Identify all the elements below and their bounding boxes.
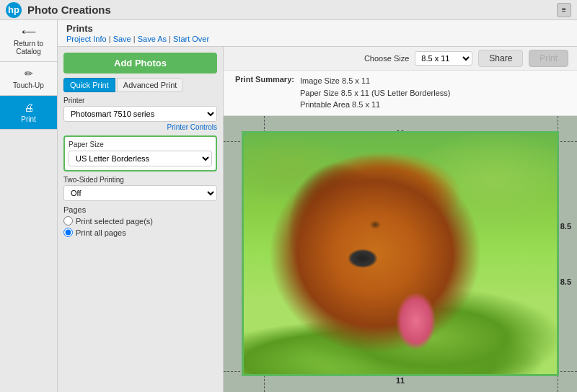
main-layout: ⟵ Return to Catalog ✏ Touch-Up 🖨 Print P…: [0, 20, 577, 392]
dog-photo: [244, 133, 557, 374]
print-mode-row: Quick Print Advanced Print: [63, 78, 217, 92]
summary-image-size: Image Size 8.5 x 11: [300, 75, 450, 87]
summary-label: Print Summary:: [235, 75, 294, 111]
pages-section: Pages Print selected page(s) Print all p…: [63, 205, 217, 237]
prints-header: Prints Project Info | Save | Save As | S…: [58, 20, 577, 47]
menu-save[interactable]: Save: [113, 35, 131, 43]
radio-selected-pages-input[interactable]: [63, 216, 73, 226]
radio-selected-pages: Print selected page(s): [63, 216, 217, 226]
print-summary: Print Summary: Image Size 8.5 x 11 Paper…: [224, 71, 577, 116]
summary-details: Image Size 8.5 x 11 Paper Size 8.5 x 11 …: [300, 75, 450, 111]
radio-all-pages: Print all pages: [63, 228, 217, 237]
content-area: Prints Project Info | Save | Save As | S…: [58, 20, 577, 392]
sidebar-item-touch-up[interactable]: ✏ Touch-Up: [0, 62, 57, 96]
size-select[interactable]: 8.5 x 11 4 x 6 5 x 7 8 x 10: [415, 51, 472, 66]
photo-frame: [242, 131, 559, 376]
sidebar: ⟵ Return to Catalog ✏ Touch-Up 🖨 Print: [0, 20, 58, 392]
return-icon: ⟵: [22, 26, 36, 37]
dimension-right-bottom: 8.5: [560, 277, 571, 286]
paper-size-label: Paper Size: [69, 141, 212, 148]
two-sided-select[interactable]: Off On: [63, 185, 217, 201]
two-sided-group: Two-Sided Printing Off On: [63, 176, 217, 201]
summary-printable-area: Printable Area 8.5 x 11: [300, 99, 450, 111]
two-column-layout: Add Photos Quick Print Advanced Print Pr…: [58, 47, 577, 392]
add-photos-button[interactable]: Add Photos: [63, 53, 217, 74]
menu-save-as[interactable]: Save As: [138, 35, 167, 43]
sidebar-item-return-to-catalog[interactable]: ⟵ Return to Catalog: [0, 20, 57, 62]
right-section: Choose Size 8.5 x 11 4 x 6 5 x 7 8 x 10 …: [224, 47, 577, 392]
paper-size-select[interactable]: US Letter Borderless US Letter A4: [69, 151, 212, 166]
quick-print-button[interactable]: Quick Print: [63, 78, 115, 92]
share-button[interactable]: Share: [478, 50, 523, 67]
dimension-right-top: 8.5: [560, 222, 571, 231]
sidebar-item-touchup-label: Touch-Up: [13, 81, 44, 89]
prints-title: Prints: [66, 23, 568, 34]
prints-menu: Project Info | Save | Save As | Start Ov…: [66, 35, 568, 43]
paper-size-group: Paper Size US Letter Borderless US Lette…: [63, 135, 217, 172]
two-sided-label: Two-Sided Printing: [63, 176, 217, 184]
sidebar-item-print[interactable]: 🖨 Print: [0, 96, 57, 130]
menu-project-info[interactable]: Project Info: [66, 35, 107, 43]
corner-marker-tl: [242, 131, 252, 141]
hp-logo: hp: [6, 2, 22, 18]
printer-group: Printer Photosmart 7510 series Printer C…: [63, 97, 217, 131]
radio-all-pages-label: Print all pages: [76, 228, 126, 237]
topbar: hp Photo Creations ≡: [0, 0, 577, 20]
print-button[interactable]: Print: [529, 50, 568, 67]
summary-paper-size: Paper Size 8.5 x 11 (US Letter Borderles…: [300, 87, 450, 99]
radio-all-pages-input[interactable]: [63, 228, 73, 237]
top-toolbar-inner: Choose Size 8.5 x 11 4 x 6 5 x 7 8 x 10 …: [364, 50, 568, 67]
app-title: Photo Creations: [27, 4, 551, 16]
printer-controls-link[interactable]: Printer Controls: [63, 123, 217, 131]
pages-label: Pages: [63, 205, 217, 214]
print-icon: 🖨: [24, 102, 34, 113]
printer-label: Printer: [63, 97, 217, 104]
menu-button[interactable]: ≡: [557, 3, 571, 17]
top-toolbar: Choose Size 8.5 x 11 4 x 6 5 x 7 8 x 10 …: [224, 47, 577, 71]
sidebar-item-print-label: Print: [21, 115, 36, 123]
sidebar-item-return-label: Return to Catalog: [3, 40, 54, 55]
printer-select[interactable]: Photosmart 7510 series: [63, 106, 217, 122]
advanced-print-button[interactable]: Advanced Print: [117, 78, 184, 92]
choose-size-label: Choose Size: [364, 54, 409, 63]
radio-selected-pages-label: Print selected page(s): [76, 217, 153, 226]
preview-wrapper: 11 11 1 8.5 8.5: [224, 116, 577, 393]
dog-overlay: [244, 133, 557, 374]
touchup-icon: ✏: [25, 68, 33, 79]
menu-start-over[interactable]: Start Over: [173, 35, 209, 43]
left-panel: Add Photos Quick Print Advanced Print Pr…: [58, 47, 224, 392]
dimension-bottom: 11: [396, 376, 405, 385]
